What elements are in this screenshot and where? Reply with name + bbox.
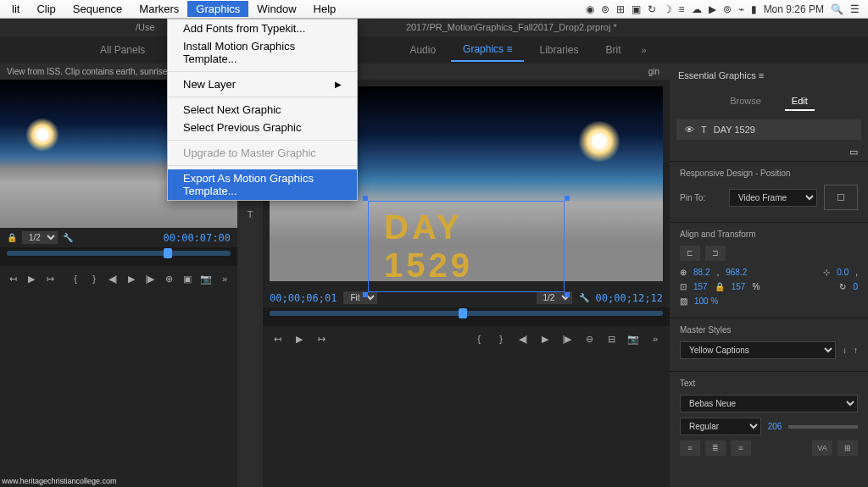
bluetooth-icon[interactable]: ⌁	[738, 3, 744, 15]
font-size-slider[interactable]	[788, 425, 858, 429]
notification-icon[interactable]: ☰	[850, 3, 860, 15]
pin-grid[interactable]	[824, 185, 858, 210]
clock[interactable]: Mon 9:26 PM	[764, 3, 824, 15]
dropdown-add-fonts[interactable]: Add Fonts from Typekit...	[168, 19, 357, 37]
mark-out-icon[interactable]: ↦	[44, 271, 56, 286]
resize-handle[interactable]	[363, 196, 368, 201]
dropdown-export-mogrt[interactable]: Export As Motion Graphics Template...	[168, 169, 357, 200]
more-icon[interactable]: »	[219, 271, 231, 286]
spotlight-icon[interactable]: 🔍	[831, 3, 843, 15]
wrench-icon[interactable]: 🔧	[63, 233, 73, 242]
eg-tab-edit[interactable]: Edit	[785, 92, 815, 111]
set-out-icon[interactable]: }	[493, 331, 509, 346]
cloud-icon[interactable]: ☁	[692, 3, 702, 15]
step-back-icon[interactable]: ◀|	[515, 331, 531, 346]
tray-icon[interactable]: ▣	[632, 3, 641, 15]
eg-layer-row[interactable]: 👁 T DAY 1529	[676, 119, 861, 140]
align-center-text-icon[interactable]: ≣	[705, 440, 726, 456]
ws-all-panels[interactable]: All Panels	[88, 39, 157, 61]
program-playhead[interactable]	[459, 308, 467, 318]
overwrite-icon[interactable]: ▣	[181, 271, 193, 286]
program-scrubber[interactable]	[263, 307, 670, 326]
set-in-icon[interactable]: {	[70, 271, 81, 286]
set-out-icon[interactable]: }	[88, 271, 100, 286]
pin-to-select[interactable]: Video Frame	[729, 189, 817, 207]
set-in-icon[interactable]: {	[471, 331, 487, 346]
sync-style-icon[interactable]: ↓	[843, 346, 847, 355]
source-playhead[interactable]	[164, 248, 172, 258]
play-btn-icon[interactable]: ▶	[125, 271, 137, 286]
title-selection-box[interactable]: DAY 1529	[368, 201, 565, 292]
export-frame-icon[interactable]: 📷	[626, 331, 641, 346]
eg-tab-browse[interactable]: Browse	[723, 92, 768, 111]
scale-h-input[interactable]: 157	[732, 282, 746, 291]
menu-markers[interactable]: Markers	[131, 1, 187, 17]
menu-help[interactable]: Help	[305, 1, 345, 17]
lock-aspect-icon[interactable]: 🔒	[715, 282, 725, 291]
lock-icon[interactable]: 🔒	[7, 233, 17, 242]
ws-brit[interactable]: Brit	[594, 39, 633, 61]
step-fwd-icon[interactable]: |▶	[559, 331, 575, 346]
menu-clip[interactable]: Clip	[28, 1, 64, 17]
align-left-text-icon[interactable]: ≡	[680, 440, 700, 456]
step-back-icon[interactable]: ◀|	[107, 271, 119, 286]
align-right-text-icon[interactable]: ≡	[731, 440, 751, 456]
pos-x-input[interactable]: 88.2	[693, 268, 709, 277]
anchor-input[interactable]: 0.0	[837, 268, 849, 277]
type-tool-icon[interactable]: T	[242, 206, 259, 223]
play-icon[interactable]: ▶	[25, 271, 37, 286]
sync-icon[interactable]: ↻	[648, 3, 656, 15]
resize-handle[interactable]	[363, 292, 368, 297]
step-fwd-icon[interactable]: |▶	[144, 271, 156, 286]
source-timecode[interactable]: 00:00:07:00	[164, 232, 231, 244]
battery-icon[interactable]: ▮	[751, 3, 757, 15]
dropdown-new-layer[interactable]: New Layer▶	[168, 75, 357, 93]
dropdown-select-prev[interactable]: Select Previous Graphic	[168, 119, 357, 136]
volume-icon[interactable]: ▶	[709, 3, 716, 15]
new-layer-icon[interactable]: ▭	[849, 147, 858, 157]
menu-sequence[interactable]: Sequence	[64, 1, 131, 17]
font-size-input[interactable]: 206	[768, 422, 782, 431]
moon-icon[interactable]: ☽	[663, 3, 672, 15]
menu-window[interactable]: Window	[248, 1, 304, 17]
font-weight-select[interactable]: Regular	[680, 418, 761, 435]
insert-icon[interactable]: ⊕	[163, 271, 175, 286]
extract-icon[interactable]: ⊟	[604, 331, 619, 346]
evernote-icon[interactable]: ◉	[586, 3, 594, 15]
mark-out-icon[interactable]: ↦	[314, 331, 329, 346]
pos-y-input[interactable]: 968.2	[726, 268, 747, 277]
push-style-icon[interactable]: ↑	[854, 346, 858, 355]
tracking-icon[interactable]: VA	[812, 440, 832, 456]
export-frame-icon[interactable]: 📷	[200, 271, 212, 286]
play-icon[interactable]: ▶	[292, 331, 307, 346]
font-select[interactable]: Bebas Neue	[680, 395, 858, 412]
resize-handle[interactable]	[565, 292, 570, 297]
kerning-icon[interactable]: ⊞	[837, 440, 858, 456]
ws-libraries[interactable]: Libraries	[527, 39, 590, 61]
dropbox-icon[interactable]: ⊞	[616, 3, 625, 15]
lift-icon[interactable]: ⊖	[581, 331, 597, 346]
creative-cloud-icon[interactable]: ⊚	[601, 3, 609, 15]
program-tc-left[interactable]: 00;00;06;01	[270, 292, 337, 304]
menu-icon[interactable]: ≡	[679, 3, 685, 15]
opacity-input[interactable]: 100 %	[694, 296, 718, 306]
mark-in-icon[interactable]: ↤	[270, 331, 285, 346]
ws-audio[interactable]: Audio	[398, 39, 448, 61]
wrench-icon[interactable]: 🔧	[579, 293, 589, 302]
dropdown-select-next[interactable]: Select Next Graphic	[168, 101, 357, 119]
align-left-icon[interactable]: ⊏	[680, 246, 700, 261]
master-style-select[interactable]: Yellow Captions	[680, 341, 836, 359]
program-tc-right[interactable]: 00;00;12;12	[596, 292, 663, 304]
eye-icon[interactable]: 👁	[685, 125, 694, 135]
mark-in-icon[interactable]: ↤	[7, 271, 19, 286]
play-btn-icon[interactable]: ▶	[537, 331, 553, 346]
menu-graphics[interactable]: Graphics	[187, 1, 248, 17]
wifi-icon[interactable]: ⊚	[723, 3, 732, 15]
ws-overflow-icon[interactable]: »	[642, 45, 647, 55]
dropdown-install-mogrt[interactable]: Install Motion Graphics Template...	[168, 37, 357, 68]
rotation-input[interactable]: 0	[853, 282, 858, 291]
source-scrubber[interactable]	[0, 247, 237, 266]
scale-w-input[interactable]: 157	[693, 282, 708, 291]
ws-graphics[interactable]: Graphics ≡	[451, 38, 524, 62]
menu-lit[interactable]: lit	[3, 1, 28, 17]
